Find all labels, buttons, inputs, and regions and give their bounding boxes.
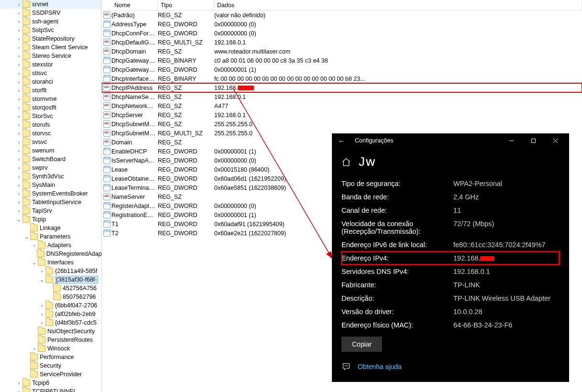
back-button[interactable]: ← xyxy=(335,137,348,145)
expand-icon[interactable]: › xyxy=(38,303,45,308)
tree-item-tapisrv[interactable]: ›TapiSrv xyxy=(0,207,101,215)
registry-value-row[interactable]: DhcpServerREG_SZ192.168.0.1 xyxy=(102,110,582,120)
registry-value-row[interactable]: DhcpIPAddressREG_SZ192.168. xyxy=(102,83,582,92)
tree-item-storsvc[interactable]: ›StorSvc xyxy=(0,112,101,120)
home-icon[interactable] xyxy=(341,157,351,167)
expand-icon[interactable]: › xyxy=(15,79,22,85)
tree-item--3815af30-f68f-[interactable]: ⌄{3815af30-f68f- xyxy=(0,275,101,284)
expand-icon[interactable]: › xyxy=(15,165,22,171)
tree-item-systemeventsbroker[interactable]: ›SystemEventsBroker xyxy=(0,189,101,198)
expand-icon[interactable]: › xyxy=(15,199,22,205)
tree-item-swprv[interactable]: ›swprv xyxy=(0,163,101,172)
tree-item-tcpip[interactable]: ⌄Tcpip xyxy=(0,215,101,224)
tree-item-stexstor[interactable]: ›stexstor xyxy=(0,60,101,69)
registry-value-row[interactable]: AddressTypeREG_DWORD0x00000000 (0) xyxy=(102,20,582,29)
tree-item-tcpip6[interactable]: ›Tcpip6 xyxy=(0,379,101,387)
expand-icon[interactable]: › xyxy=(15,148,22,153)
settings-titlebar[interactable]: ← Configurações xyxy=(332,133,569,148)
tree-item-linkage[interactable]: ·Linkage xyxy=(0,224,101,232)
expand-icon[interactable]: › xyxy=(15,53,22,59)
tree-item--26b11a49-585f[interactable]: ›{26b11a49-585f xyxy=(0,267,101,275)
tree-item-adapters[interactable]: ›Adapters xyxy=(0,241,101,250)
collapse-icon[interactable]: ⌄ xyxy=(38,277,45,283)
col-header-name[interactable]: Nome xyxy=(102,0,158,10)
expand-icon[interactable]: › xyxy=(15,87,22,93)
expand-icon[interactable]: › xyxy=(15,191,22,196)
col-header-type[interactable]: Tipo xyxy=(158,0,214,10)
expand-icon[interactable]: › xyxy=(15,1,22,7)
tree-item-swenum[interactable]: ›swenum xyxy=(0,146,101,155)
expand-icon[interactable]: › xyxy=(15,131,22,136)
expand-icon[interactable]: › xyxy=(15,139,22,145)
expand-icon[interactable]: › xyxy=(15,44,22,50)
tree-item-switchboard[interactable]: ›SwitchBoard xyxy=(0,155,101,163)
expand-icon[interactable]: › xyxy=(15,96,22,102)
tree-item-sstpsvc[interactable]: ›SstpSvc xyxy=(0,26,101,34)
registry-value-row[interactable]: DhcpConnForce...REG_DWORD0x00000000 (0) xyxy=(102,29,582,38)
expand-icon[interactable]: › xyxy=(15,208,22,214)
get-help-link[interactable]: Obtenha ajuda xyxy=(341,362,402,371)
registry-value-row[interactable]: DhcpNameServerREG_SZ192.168.0.1 xyxy=(102,92,582,101)
expand-icon[interactable]: › xyxy=(15,389,22,392)
tree-item-stornvme[interactable]: ›stornvme xyxy=(0,95,101,103)
registry-value-row[interactable]: DhcpGatewayH...REG_DWORD0x00000001 (1) xyxy=(102,65,582,74)
registry-value-row[interactable]: DhcpNetworkHintREG_SZA477 xyxy=(102,101,582,110)
registry-value-row[interactable]: DhcpSubnetMaskREG_SZ255.255.255.0 xyxy=(102,120,582,129)
tree-item-8507562796[interactable]: ·8507562796 xyxy=(0,293,101,301)
tree-item-svsvc[interactable]: ›svsvc xyxy=(0,138,101,146)
registry-value-row[interactable]: (Padrão)REG_SZ(valor não definido) xyxy=(102,11,582,20)
expand-icon[interactable]: › xyxy=(15,36,22,42)
tree-item-452756a756[interactable]: ·452756A756 xyxy=(0,284,101,293)
registry-tree[interactable]: ›srvnet›SSDPSRV›ssh-agent›SstpSvc›StateR… xyxy=(0,0,102,392)
tree-item-parameters[interactable]: ⌄Parameters xyxy=(0,232,101,241)
registry-value-row[interactable]: DhcpDefaultGat...REG_MULTI_SZ192.168.0.1 xyxy=(102,38,582,47)
tree-item-steam-client-service[interactable]: ›Steam Client Service xyxy=(0,43,101,52)
expand-icon[interactable]: › xyxy=(15,122,22,128)
expand-icon[interactable]: › xyxy=(15,105,22,110)
expand-icon[interactable]: › xyxy=(38,268,45,274)
tree-item-dnsregisteredadapters[interactable]: ·DNSRegisteredAdapters xyxy=(0,250,101,258)
tree-item-stereo-service[interactable]: ›Stereo Service xyxy=(0,52,101,60)
minimize-button[interactable] xyxy=(500,133,522,148)
expand-icon[interactable]: › xyxy=(15,19,22,24)
expand-icon[interactable]: › xyxy=(15,174,22,179)
tree-item-synth3dvsc[interactable]: ›Synth3dVsc xyxy=(0,172,101,181)
tree-item-staterepository[interactable]: ›StateRepository xyxy=(0,34,101,43)
tree-item-performance[interactable]: ·Performance xyxy=(0,353,101,361)
tree-item-nsiobjectsecurity[interactable]: ·NsiObjectSecurity xyxy=(0,327,101,336)
tree-item--6bb4f047-2706[interactable]: ›{6bb4f047-2706 xyxy=(0,301,101,310)
collapse-icon[interactable]: ⌄ xyxy=(31,260,38,266)
tree-item-tabletinputservice[interactable]: ›TabletInputService xyxy=(0,198,101,207)
tree-item-storvsc[interactable]: ›storvsc xyxy=(0,129,101,138)
expand-icon[interactable]: › xyxy=(15,62,22,67)
registry-value-row[interactable]: DhcpDomainREG_SZwww.roteador.multilaser.… xyxy=(102,47,582,56)
tree-item-storflt[interactable]: ›storflt xyxy=(0,86,101,95)
registry-value-row[interactable]: DhcpGatewayH...REG_BINARYc0 a8 00 01 06 … xyxy=(102,56,582,65)
tree-item-srvnet[interactable]: ›srvnet xyxy=(0,0,101,9)
tree-item-sysmain[interactable]: ›SysMain xyxy=(0,181,101,189)
collapse-icon[interactable]: ⌄ xyxy=(23,234,30,240)
expand-icon[interactable]: › xyxy=(15,27,22,33)
tree-item-storqosflt[interactable]: ›storqosflt xyxy=(0,103,101,112)
tree-item-security[interactable]: ·Security xyxy=(0,361,101,370)
tree-item-ssdpsrv[interactable]: ›SSDPSRV xyxy=(0,9,101,17)
registry-value-row[interactable]: DhcpInterfaceO...REG_BINARYfc 00 00 00 0… xyxy=(102,74,582,83)
expand-icon[interactable]: › xyxy=(15,380,22,386)
expand-icon[interactable]: › xyxy=(15,70,22,76)
tree-item-stisvc[interactable]: ›stisvc xyxy=(0,69,101,77)
expand-icon[interactable]: › xyxy=(31,346,38,351)
expand-icon[interactable]: › xyxy=(15,156,22,162)
expand-icon[interactable]: › xyxy=(15,113,22,119)
close-button[interactable] xyxy=(544,133,566,148)
tree-item-winsock[interactable]: ›Winsock xyxy=(0,344,101,353)
tree-item--af02bfeb-2eb9[interactable]: ›{af02bfeb-2eb9 xyxy=(0,310,101,318)
expand-icon[interactable]: › xyxy=(31,242,38,248)
col-header-data[interactable]: Dados xyxy=(214,0,582,10)
expand-icon[interactable]: › xyxy=(15,10,22,16)
tree-item-storufs[interactable]: ›storufs xyxy=(0,120,101,129)
tree-item-tcpip6tunnel[interactable]: ›TCPIP6TUNNEL xyxy=(0,387,101,392)
tree-item-persistentroutes[interactable]: ·PersistentRoutes xyxy=(0,336,101,344)
tree-item-storahci[interactable]: ›storahci xyxy=(0,77,101,86)
expand-icon[interactable]: › xyxy=(15,182,22,188)
copy-button[interactable]: Copiar xyxy=(341,337,382,352)
